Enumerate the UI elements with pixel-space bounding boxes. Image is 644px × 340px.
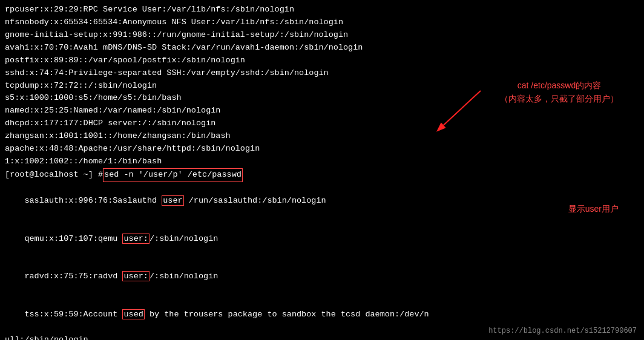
- line-13: 1:x:1002:1002::/home/1:/bin/bash: [5, 155, 639, 168]
- line-3: gnome-initial-setup:x:991:986::/run/gnom…: [5, 29, 639, 42]
- terminal: rpcuser:x:29:29:RPC Service User:/var/li…: [0, 0, 644, 340]
- annotation2-text: 显示user用户: [568, 204, 619, 214]
- result-2-pre: qemu:x:107:107:qemu: [24, 234, 122, 243]
- line-11: zhangsan:x:1001:1001::/home/zhangsan:/bi…: [5, 130, 639, 143]
- line-1: rpcuser:x:29:29:RPC Service User:/var/li…: [5, 4, 639, 16]
- line-6: sshd:x:74:74:Privilege-separated SSH:/va…: [5, 67, 639, 80]
- result-1-post: /run/saslauthd:/sbin/nologin: [184, 196, 326, 205]
- result-4-post: by the trousers package to sandbox the t…: [145, 310, 429, 319]
- line-2: nfsnobody:x:65534:65534:Anonymous NFS Us…: [5, 16, 639, 29]
- prompt-label: [root@localhost ~] #: [5, 169, 103, 181]
- line-10: dhcpd:x:177:177:DHCP server:/:/sbin/nolo…: [5, 117, 639, 130]
- annotation1-line1: cat /etc/passwd的内容: [500, 79, 619, 92]
- result-3-pre: radvd:x:75:75:radvd: [24, 272, 122, 281]
- footer-url: https://blog.csdn.net/s15212790607: [488, 327, 637, 335]
- line-9: named:x:25:25:Named:/var/named:/sbin/nol…: [5, 105, 639, 117]
- annotation1: cat /etc/passwd的内容 （内容太多，只截了部分用户）: [500, 79, 619, 106]
- line-5: postfix:x:89:89::/var/spool/postfix:/sbi…: [5, 54, 639, 67]
- annotation1-line2: （内容太多，只截了部分用户）: [500, 92, 619, 105]
- command-line: [root@localhost ~] # sed -n '/user/p' /e…: [5, 168, 639, 182]
- result-line-1: saslauth:x:996:76:Saslauthd user /run/sa…: [5, 182, 639, 220]
- result-3-highlight: user:: [122, 271, 150, 281]
- result-line-3: radvd:x:75:75:radvd user:/:sbin/nologin: [5, 258, 639, 296]
- result-3-post: /:sbin/nologin: [150, 272, 218, 281]
- command-highlight: sed -n '/user/p' /etc/passwd: [103, 168, 243, 182]
- annotation2: 显示user用户: [568, 202, 619, 215]
- result-1-pre: saslauth:x:996:76:Saslauthd: [24, 196, 162, 205]
- line-4: avahi:x:70:70:Avahi mDNS/DNS-SD Stack:/v…: [5, 42, 639, 54]
- line-12: apache:x:48:48:Apache:/usr/share/httpd:/…: [5, 143, 639, 155]
- result-line-2: qemu:x:107:107:qemu user:/:sbin/nologin: [5, 220, 639, 258]
- result-4-pre: tss:x:59:59:Account: [24, 310, 122, 319]
- result-1-highlight: user: [162, 195, 183, 206]
- result-4-highlight: used: [122, 309, 144, 319]
- result-2-post: /:sbin/nologin: [150, 234, 218, 243]
- result-2-highlight: user:: [122, 234, 150, 244]
